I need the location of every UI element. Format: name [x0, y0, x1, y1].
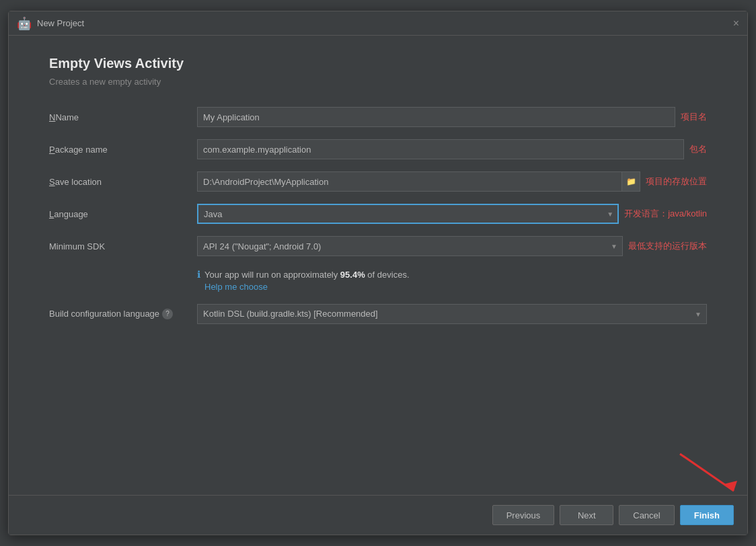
build-config-row: Build configuration language ? Kotlin DS… — [49, 304, 707, 324]
language-label: Language — [49, 209, 197, 219]
save-location-input[interactable] — [197, 171, 621, 192]
package-annotation: 包名 — [689, 143, 707, 155]
footer: Previous Next Cancel Finish — [9, 495, 747, 535]
android-icon: 🤖 — [17, 16, 32, 31]
min-sdk-annotation: 最低支持的运行版本 — [628, 240, 707, 252]
min-sdk-row: Minimum SDK API 21 ("Lollipop"; Android … — [49, 236, 707, 256]
new-project-window: 🤖 New Project × Empty Views Activity Cre… — [8, 11, 748, 535]
min-sdk-label: Minimum SDK — [49, 241, 197, 251]
save-location-annotation: 项目的存放位置 — [646, 176, 707, 188]
save-location-label: Save location — [49, 177, 197, 187]
name-input[interactable] — [197, 107, 675, 127]
info-text-post: of devices. — [365, 270, 410, 280]
title-bar-left: 🤖 New Project — [17, 16, 84, 31]
next-button[interactable]: Next — [560, 505, 613, 525]
name-label: NName — [49, 112, 197, 122]
finish-button[interactable]: Finish — [680, 505, 734, 525]
activity-title: Empty Views Activity — [49, 56, 707, 71]
build-config-label: Build configuration language ? — [49, 309, 197, 319]
previous-button[interactable]: Previous — [492, 505, 555, 525]
title-bar: 🤖 New Project × — [9, 11, 747, 36]
language-select-wrapper: Java Kotlin ▼ — [197, 204, 619, 224]
language-row: Language Java Kotlin ▼ 开发语言：java/kotlin — [49, 204, 707, 224]
window-title: New Project — [37, 18, 84, 28]
name-annotation: 项目名 — [681, 111, 707, 123]
save-location-input-group: 📁 — [197, 171, 640, 192]
language-annotation: 开发语言：java/kotlin — [624, 208, 707, 220]
info-percentage: 95.4% — [340, 270, 365, 280]
cancel-button[interactable]: Cancel — [619, 505, 674, 525]
build-config-select-wrapper: Kotlin DSL (build.gradle.kts) [Recommend… — [197, 304, 707, 324]
name-row: NName 项目名 — [49, 107, 707, 127]
info-content: Your app will run on approximately 95.4%… — [204, 268, 410, 292]
info-text-pre: Your app will run on approximately — [204, 270, 340, 280]
activity-subtitle: Creates a new empty activity — [49, 77, 707, 87]
info-row: ℹ Your app will run on approximately 95.… — [197, 268, 707, 292]
language-select[interactable]: Java Kotlin — [197, 204, 619, 224]
browse-folder-button[interactable]: 📁 — [621, 171, 640, 192]
close-button[interactable]: × — [733, 18, 739, 29]
min-sdk-select[interactable]: API 21 ("Lollipop"; Android 5.0) API 24 … — [197, 236, 623, 256]
package-input[interactable] — [197, 139, 684, 159]
content-area: Empty Views Activity Creates a new empty… — [9, 36, 747, 495]
build-config-help-icon[interactable]: ? — [162, 309, 173, 319]
save-location-row: Save location 📁 项目的存放位置 — [49, 171, 707, 192]
info-icon: ℹ — [197, 269, 200, 280]
help-me-choose-link[interactable]: Help me choose — [204, 282, 410, 292]
build-config-select[interactable]: Kotlin DSL (build.gradle.kts) [Recommend… — [197, 304, 707, 324]
min-sdk-select-wrapper: API 21 ("Lollipop"; Android 5.0) API 24 … — [197, 236, 623, 256]
package-label: Package name — [49, 145, 197, 155]
package-row: Package name 包名 — [49, 139, 707, 159]
